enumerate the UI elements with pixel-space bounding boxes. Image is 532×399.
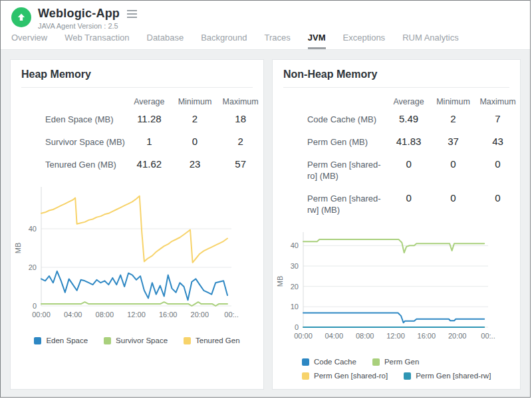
tab-background[interactable]: Background <box>201 33 247 49</box>
title-block: Weblogic-App JAVA Agent Version : 2.5 <box>38 7 138 30</box>
svg-text:04:00: 04:00 <box>325 332 344 340</box>
header-spacer <box>45 97 126 98</box>
legend-item-perm-gen-shared-rw[interactable]: Perm Gen [shared-rw] <box>404 372 491 380</box>
svg-text:00:..: 00:.. <box>481 332 495 340</box>
legend-label: Perm Gen [shared-ro] <box>314 372 388 380</box>
row-label: Perm Gen [shared-rw] (MB) <box>307 192 386 215</box>
svg-text:MB: MB <box>276 276 284 287</box>
legend-color-swatch-icon <box>404 372 411 380</box>
panel-heap-memory: Heap MemoryAverageMinimumMaximumEden Spa… <box>10 59 264 390</box>
svg-text:00:00: 00:00 <box>32 311 51 319</box>
table-header-row: AverageMinimumMaximum <box>307 94 520 108</box>
metric-value: 37 <box>431 136 475 147</box>
column-header-maximum: Maximum <box>217 97 263 106</box>
metric-value: 7 <box>475 113 520 124</box>
svg-text:0: 0 <box>295 323 299 331</box>
series-eden-space <box>41 271 227 301</box>
legend-color-swatch-icon <box>34 337 41 344</box>
metric-value: 2 <box>431 113 475 124</box>
tab-bar: OverviewWeb TransactionDatabaseBackgroun… <box>1 33 530 49</box>
table-row-code-cache-mb: Code Cache (MB)5.4927 <box>307 108 520 130</box>
table-row-survivor-space-mb: Survivor Space (MB)102 <box>45 130 263 153</box>
column-header-maximum: Maximum <box>475 97 520 106</box>
metric-value: 43 <box>475 136 520 147</box>
legend-item-survivor-space[interactable]: Survivor Space <box>104 336 168 344</box>
svg-text:MB: MB <box>14 243 22 254</box>
svg-text:12:00: 12:00 <box>386 332 405 340</box>
non-heap-memory-chart-area: 01020304000:0004:0008:0012:0016:0020:000… <box>273 229 520 348</box>
metric-value: 5.49 <box>386 113 431 124</box>
series-code-cache <box>303 313 484 323</box>
agent-version-label: JAVA Agent Version : 2.5 <box>38 22 138 30</box>
row-label: Survivor Space (MB) <box>45 136 126 148</box>
metric-value: 0 <box>172 136 218 147</box>
table-row-perm-gen-shared-ro-mb: Perm Gen [shared-ro] (MB)000 <box>307 153 520 187</box>
table-row-perm-gen-shared-rw-mb: Perm Gen [shared-rw] (MB)000 <box>307 187 520 221</box>
metric-value: 0 <box>431 158 475 170</box>
svg-text:16:00: 16:00 <box>159 311 178 319</box>
tab-overview[interactable]: Overview <box>11 33 47 49</box>
header-spacer <box>307 97 386 98</box>
svg-text:20:00: 20:00 <box>191 311 209 319</box>
header: Weblogic-App JAVA Agent Version : 2.5 <box>1 1 530 33</box>
svg-text:00:00: 00:00 <box>294 332 313 340</box>
tab-rum-analytics[interactable]: RUM Analytics <box>402 33 459 49</box>
svg-text:12:00: 12:00 <box>127 311 146 319</box>
legend-label: Perm Gen [shared-rw] <box>416 372 491 380</box>
svg-text:0: 0 <box>33 302 37 310</box>
legend-item-code-cache[interactable]: Code Cache <box>302 358 356 366</box>
series-survivor-space <box>41 302 227 306</box>
svg-text:40: 40 <box>29 225 37 233</box>
svg-text:08:00: 08:00 <box>356 332 374 340</box>
legend-label: Survivor Space <box>116 336 168 344</box>
legend-row: Perm Gen [shared-ro]Perm Gen [shared-rw] <box>273 372 520 380</box>
metric-value: 1 <box>126 136 172 147</box>
svg-text:20: 20 <box>291 283 299 291</box>
metric-value: 41.83 <box>386 136 431 147</box>
metric-value: 0 <box>431 192 475 203</box>
legend-label: Code Cache <box>314 358 356 366</box>
column-header-minimum: Minimum <box>431 97 475 106</box>
column-header-average: Average <box>126 97 172 106</box>
heap-memory-metric-table: AverageMinimumMaximumEden Space (MB)11.2… <box>45 94 263 176</box>
legend-color-swatch-icon <box>184 337 191 344</box>
svg-text:20:00: 20:00 <box>448 332 467 340</box>
menu-icon[interactable] <box>126 9 138 19</box>
legend-color-swatch-icon <box>372 358 380 366</box>
row-label: Tenured Gen (MB) <box>45 158 126 170</box>
row-label: Code Cache (MB) <box>307 113 386 125</box>
status-up-icon <box>11 7 31 27</box>
legend-item-perm-gen[interactable]: Perm Gen <box>372 358 419 366</box>
metric-value: 41.62 <box>126 158 172 170</box>
non-heap-memory-chart: 01020304000:0004:0008:0012:0016:0020:000… <box>274 229 500 346</box>
legend-label: Tenured Gen <box>196 336 240 344</box>
metric-value: 0 <box>386 158 431 170</box>
svg-text:40: 40 <box>291 241 299 249</box>
heap-memory-chart: 0204000:0004:0008:0012:0016:0020:0000:..… <box>12 184 243 325</box>
legend-color-swatch-icon <box>302 358 309 366</box>
legend-label: Perm Gen <box>384 358 419 366</box>
non-heap-memory-legend: Code CachePerm GenPerm Gen [shared-ro]Pe… <box>273 358 520 380</box>
tab-database[interactable]: Database <box>147 33 184 49</box>
series-perm-gen <box>303 239 484 253</box>
metric-value: 0 <box>386 192 431 203</box>
tab-traces[interactable]: Traces <box>265 33 291 49</box>
top-bar: Weblogic-App JAVA Agent Version : 2.5 Ov… <box>1 1 530 50</box>
row-label: Perm Gen (MB) <box>307 136 386 148</box>
metric-value: 57 <box>217 158 263 170</box>
metric-value: 23 <box>172 158 218 170</box>
panel-title-heap-memory: Heap Memory <box>11 60 263 87</box>
legend-item-perm-gen-shared-ro[interactable]: Perm Gen [shared-ro] <box>302 372 388 380</box>
row-label: Eden Space (MB) <box>45 113 126 125</box>
legend-item-eden-space[interactable]: Eden Space <box>34 336 88 344</box>
tab-jvm[interactable]: JVM <box>308 33 326 49</box>
series-tenured-gen <box>41 196 227 263</box>
panel-title-non-heap-memory: Non-Heap Memory <box>273 60 520 87</box>
legend-row: Eden SpaceSurvivor SpaceTenured Gen <box>11 336 263 344</box>
metric-value: 18 <box>217 113 263 124</box>
svg-text:10: 10 <box>291 303 299 311</box>
legend-item-tenured-gen[interactable]: Tenured Gen <box>184 336 240 344</box>
tab-web-transaction[interactable]: Web Transaction <box>65 33 129 49</box>
tab-exceptions[interactable]: Exceptions <box>343 33 386 49</box>
panel-divider <box>283 87 509 88</box>
